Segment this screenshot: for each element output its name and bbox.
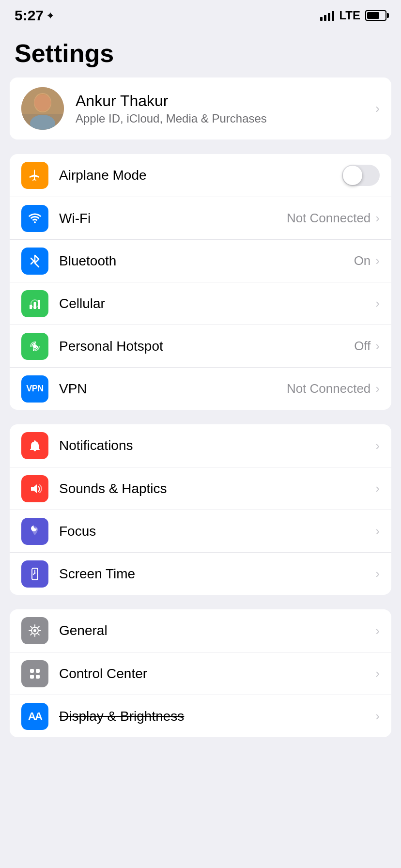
row-focus[interactable]: Focus › <box>10 510 391 552</box>
connectivity-group: Airplane Mode Wi-Fi Not Connected › Blue… <box>10 154 391 410</box>
row-general[interactable]: General › <box>10 609 391 652</box>
time-label: 5:27 <box>15 7 44 24</box>
general-label: General <box>59 623 375 638</box>
wifi-chevron: › <box>375 211 380 226</box>
row-screentime[interactable]: Screen Time › <box>10 552 391 595</box>
svg-marker-11 <box>31 484 37 493</box>
status-time: 5:27 ⌖ <box>15 7 53 24</box>
svg-rect-16 <box>30 669 34 673</box>
vpn-label: VPN <box>59 381 287 397</box>
cellular-chevron: › <box>375 296 380 311</box>
status-right: LTE <box>320 9 386 22</box>
battery-fill <box>367 12 379 19</box>
row-airplane-mode[interactable]: Airplane Mode <box>10 154 391 197</box>
general-icon <box>21 617 48 644</box>
sounds-chevron: › <box>375 481 380 496</box>
notifications-label: Notifications <box>59 438 375 453</box>
signal-bar-2 <box>324 15 326 21</box>
svg-rect-18 <box>30 675 34 679</box>
page-title: Settings <box>0 29 401 78</box>
general-group: General › Control Center › AA Display & … <box>10 609 391 737</box>
focus-chevron: › <box>375 524 380 539</box>
notifications-group: Notifications › Sounds & Haptics › Focus <box>10 424 391 595</box>
vpn-chevron: › <box>375 381 380 396</box>
profile-chevron: › <box>375 101 380 116</box>
location-icon: ⌖ <box>47 10 53 21</box>
bluetooth-chevron: › <box>375 253 380 268</box>
row-cellular[interactable]: Cellular › <box>10 282 391 325</box>
hotspot-icon <box>21 333 48 360</box>
profile-subtitle: Apple ID, iCloud, Media & Purchases <box>76 112 370 125</box>
signal-bar-1 <box>320 17 323 21</box>
display-chevron: › <box>375 709 380 724</box>
controlcenter-chevron: › <box>375 666 380 681</box>
bluetooth-icon <box>21 248 48 275</box>
notifications-icon <box>21 432 48 459</box>
svg-point-14 <box>33 629 36 632</box>
notifications-chevron: › <box>375 438 380 453</box>
cellular-icon <box>21 290 48 317</box>
row-sounds[interactable]: Sounds & Haptics › <box>10 467 391 510</box>
svg-rect-19 <box>36 675 40 679</box>
row-notifications[interactable]: Notifications › <box>10 424 391 467</box>
wifi-value: Not Connected <box>287 211 370 226</box>
wifi-label: Wi-Fi <box>59 211 287 226</box>
avatar <box>21 87 64 130</box>
cellular-label: Cellular <box>59 296 370 311</box>
lte-label: LTE <box>339 9 360 22</box>
battery-icon <box>365 10 386 21</box>
profile-row[interactable]: Ankur Thakur Apple ID, iCloud, Media & P… <box>10 78 391 140</box>
hotspot-value: Off <box>354 339 370 354</box>
vpn-text: VPN <box>26 384 44 394</box>
row-wifi[interactable]: Wi-Fi Not Connected › <box>10 197 391 239</box>
row-vpn[interactable]: VPN VPN Not Connected › <box>10 367 391 410</box>
screentime-chevron: › <box>375 566 380 581</box>
signal-bar-3 <box>328 13 330 21</box>
focus-label: Focus <box>59 524 375 539</box>
svg-rect-5 <box>21 114 64 130</box>
screentime-icon <box>21 560 48 588</box>
display-label: Display & Brightness <box>59 709 375 724</box>
row-hotspot[interactable]: Personal Hotspot Off › <box>10 325 391 367</box>
vpn-value: Not Connected <box>287 381 370 396</box>
bluetooth-value: On <box>354 253 371 268</box>
status-bar: 5:27 ⌖ LTE <box>0 0 401 29</box>
profile-name: Ankur Thakur <box>76 92 370 110</box>
controlcenter-icon <box>21 660 48 687</box>
profile-info: Ankur Thakur Apple ID, iCloud, Media & P… <box>76 92 370 125</box>
sounds-label: Sounds & Haptics <box>59 481 375 496</box>
profile-card: Ankur Thakur Apple ID, iCloud, Media & P… <box>10 78 391 140</box>
hotspot-chevron: › <box>375 339 380 354</box>
screentime-label: Screen Time <box>59 566 375 582</box>
vpn-icon: VPN <box>21 375 48 403</box>
wifi-icon <box>21 205 48 232</box>
signal-bars <box>320 10 334 21</box>
display-icon: AA <box>21 703 48 730</box>
svg-point-13 <box>34 572 36 574</box>
svg-rect-17 <box>36 669 40 673</box>
toggle-knob <box>343 166 362 185</box>
airplane-mode-label: Airplane Mode <box>59 168 342 183</box>
svg-point-3 <box>34 94 51 111</box>
row-display[interactable]: AA Display & Brightness › <box>10 695 391 737</box>
focus-icon <box>21 518 48 545</box>
row-controlcenter[interactable]: Control Center › <box>10 652 391 695</box>
display-icon-text: AA <box>28 710 42 723</box>
signal-bar-4 <box>332 11 334 21</box>
row-bluetooth[interactable]: Bluetooth On › <box>10 239 391 282</box>
bluetooth-label: Bluetooth <box>59 253 354 269</box>
sounds-icon <box>21 475 48 502</box>
hotspot-label: Personal Hotspot <box>59 339 354 354</box>
general-chevron: › <box>375 623 380 638</box>
controlcenter-label: Control Center <box>59 666 375 682</box>
airplane-mode-toggle[interactable] <box>342 165 380 186</box>
airplane-mode-icon <box>21 162 48 189</box>
